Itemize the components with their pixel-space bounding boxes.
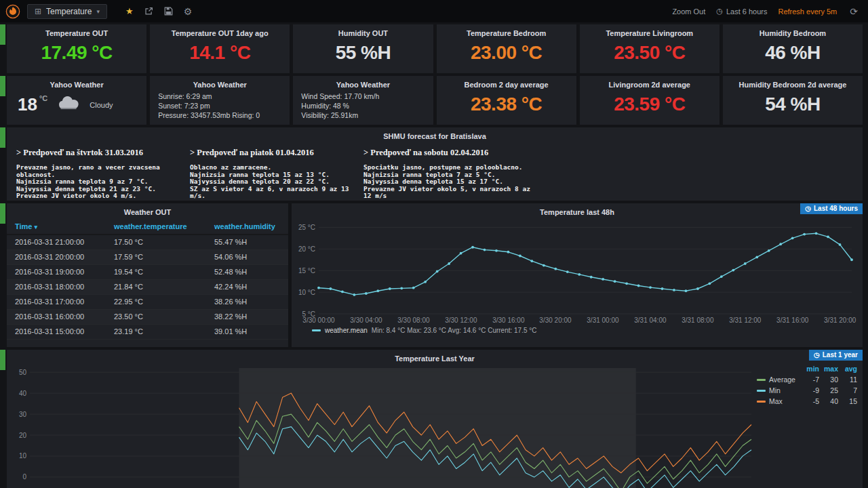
panel-bedroom-average: Bedroom 2 day average 23.38 °C [437,76,576,125]
detail-line: Humidity: 48 % [301,101,426,110]
row-last-year: ◷ Last 1 year Temperature Last Year 5040… [7,350,863,488]
star-button[interactable]: ★ [123,6,136,16]
dashboard-title: Temperature [46,7,92,16]
weather-details: Sunrise: 6:29 am Sunset: 7:23 pm Pressur… [150,89,290,120]
series-swatch [757,379,766,381]
panel-title[interactable]: Yahoo Weather [293,76,433,89]
detail-line: Pressure: 33457.53mb Rising: 0 [158,110,283,120]
graph-temperature-48h[interactable]: 25 °C20 °C15 °C10 °C5 °C3/30 00:003/30 0… [294,218,861,329]
panel-title[interactable]: Temperature Livingroom [580,24,719,37]
top-navbar: ⊞ Temperature ▾ ★ ⚙ Zoom Out ◷ Last 6 ho… [0,0,868,22]
legend-header: min max avg [757,363,857,374]
save-button[interactable] [162,7,175,16]
clock-icon: ◷ [805,205,811,212]
grafana-logo-icon[interactable] [5,4,20,19]
panel-title[interactable]: Temperature OUT [7,24,146,37]
time-range-label: Last 6 hours [726,7,768,16]
column-header-humidity[interactable]: weather.humidity [209,220,288,235]
series-name[interactable]: Min [757,386,800,394]
panel-title[interactable]: Temperature last 48h [292,203,863,216]
stat-value: 14.1 °C [150,42,290,64]
panel-humidity-out: Humidity OUT 55 %H [293,24,433,73]
table-row: 2016-03-31 17:00:0022.95 °C38.26 %H [7,295,288,310]
zoom-out-button[interactable]: Zoom Out [672,7,705,16]
refresh-interval-picker[interactable]: Refresh every 5m [778,7,837,16]
time-range-badge[interactable]: ◷ Last 1 year [809,350,863,361]
row-singlestats-1: Temperature OUT 17.49 °C Temperature OUT… [7,24,863,73]
column-header-temperature[interactable]: weather.temperature [108,220,209,235]
settings-gear-button[interactable]: ⚙ [182,6,195,17]
svg-text:0: 0 [22,473,26,481]
weather-condition: Cloudy [90,101,113,109]
panel-title[interactable]: Temperature Bedroom [437,24,576,37]
series-name[interactable]: Max [757,397,800,405]
panel-title[interactable]: Temperature OUT 1day ago [150,24,290,37]
svg-text:10: 10 [19,452,27,460]
table-row: 2016-03-31 21:00:0017.50 °C55.47 %H [7,235,288,250]
row-toggle-handle[interactable] [0,203,5,224]
svg-text:3/31 20:00: 3/31 20:00 [824,317,856,324]
badge-label: Last 48 hours [814,205,858,212]
time-range-picker[interactable]: ◷ Last 6 hours [716,7,767,16]
panel-title[interactable]: Livingroom 2d average [580,76,719,89]
row-toggle-handle[interactable] [0,350,5,370]
row-toggle-handle[interactable] [0,24,5,45]
panel-title[interactable]: SHMU forecast for Bratislava [7,127,863,140]
svg-text:10 °C: 10 °C [298,289,315,296]
clock-icon: ◷ [716,7,723,16]
panel-title[interactable]: Bedroom 2 day average [437,76,576,89]
svg-text:3/30 04:00: 3/30 04:00 [350,317,382,324]
dashboard-picker[interactable]: ⊞ Temperature ▾ [27,4,107,19]
series-swatch [312,329,321,331]
legend-row: Min -9 25 7 [757,385,857,396]
panel-temperature-last-year: ◷ Last 1 year Temperature Last Year 5040… [7,350,863,488]
column-header-time[interactable]: Time▾ [7,220,108,235]
forecast-text: Prevazne jasno, rano a vecer zvacsena ob… [16,164,184,200]
panel-title[interactable]: Temperature Last Year [7,350,863,363]
chevron-down-icon: ▾ [96,8,100,15]
weather-details: Wind Speed: 17.70 km/h Humidity: 48 % Vi… [293,89,433,120]
series-name[interactable]: weather.mean [325,327,368,334]
series-stats: Min: 8.4 °C Max: 23.6 °C Avg: 14.6 °C Cu… [372,327,537,334]
panel-shmu-forecast: SHMU forecast for Bratislava > Predpoveď… [7,127,863,201]
svg-text:3/30 12:00: 3/30 12:00 [445,317,477,324]
share-button[interactable] [142,7,155,16]
clock-icon: ◷ [814,351,820,359]
panel-title[interactable]: Humidity Bedroom [723,24,863,37]
navbar-right: Zoom Out ◷ Last 6 hours Refresh every 5m… [672,6,860,17]
time-range-badge[interactable]: ◷ Last 48 hours [800,203,863,214]
series-swatch [757,401,766,403]
stat-value: 46 %H [723,42,863,64]
panel-humidity-bedroom: Humidity Bedroom 46 %H [723,24,863,73]
row-toggle-handle[interactable] [0,127,5,148]
svg-text:40: 40 [19,390,27,397]
row-toggle-handle[interactable] [0,76,5,96]
graph-legend: min max avg Average -7 30 11 Mi [757,363,857,407]
svg-text:3/30 08:00: 3/30 08:00 [397,317,430,324]
forecast-text: Spociatku jasno, postupne az polooblacno… [363,164,532,200]
panel-yahoo-wind: Yahoo Weather Wind Speed: 17.70 km/h Hum… [293,76,433,125]
svg-text:3/30 00:00: 3/30 00:00 [302,317,335,324]
current-temp: 18°C [18,94,47,115]
series-swatch [757,390,766,392]
series-name[interactable]: Average [757,375,800,384]
svg-text:25 °C: 25 °C [298,224,315,231]
graph-temperature-year[interactable]: 50403020100 [9,364,861,488]
panel-title[interactable]: Yahoo Weather [150,76,290,89]
panel-title[interactable]: Yahoo Weather [7,76,146,89]
stat-value: 54 %H [723,94,863,115]
panel-humidity-bedroom-average: Humidity Bedroom 2d average 54 %H [723,76,863,125]
svg-text:30: 30 [19,411,27,418]
panel-title[interactable]: Weather OUT [7,203,288,216]
svg-text:15 °C: 15 °C [298,267,315,274]
panel-title[interactable]: Humidity OUT [293,24,433,37]
table-row: 2016-03-31 20:00:0017.59 °C54.06 %H [7,250,288,265]
stat-value: 17.49 °C [7,42,146,64]
forecast-day: > Predpoveď na štvrtok 31.03.2016 Prevaz… [16,148,184,200]
refresh-icon[interactable]: ⟳ [848,6,860,17]
panel-livingroom-average: Livingroom 2d average 23.59 °C [580,76,719,125]
panel-temperature-livingroom: Temperature Livingroom 23.50 °C [580,24,719,73]
table-row: 2016-03-31 19:00:0019.54 °C52.48 %H [7,265,288,280]
panel-title[interactable]: Humidity Bedroom 2d average [723,76,863,89]
detail-line: Sunrise: 6:29 am [158,92,283,101]
